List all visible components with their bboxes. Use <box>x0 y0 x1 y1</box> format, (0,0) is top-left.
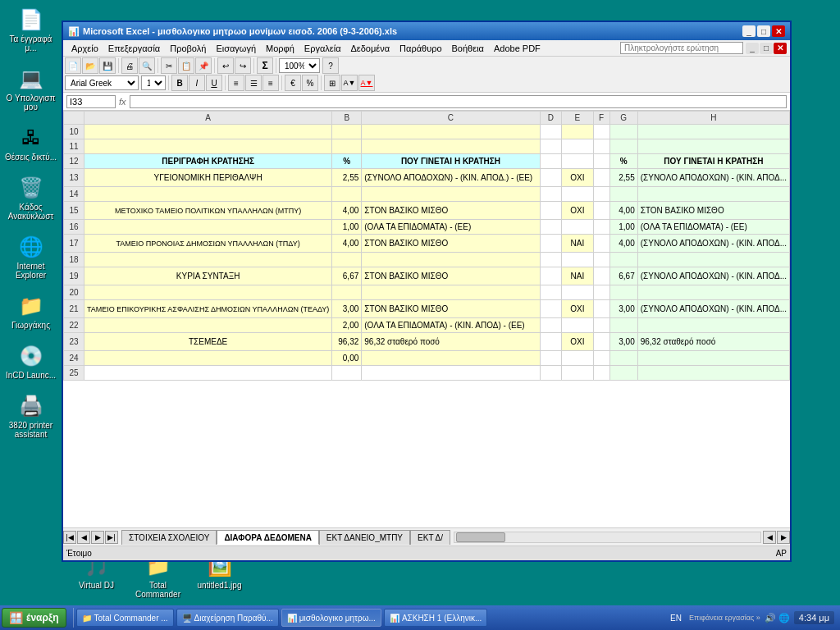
cell-e13[interactable]: ΟΧΙ <box>562 169 593 187</box>
cell-g13[interactable]: 2,55 <box>609 169 637 187</box>
font-color-button[interactable]: A▼ <box>358 75 375 91</box>
zoom-select[interactable]: 100% <box>279 58 320 73</box>
cell-g14[interactable] <box>609 187 637 202</box>
preview-button[interactable]: 🔍 <box>139 57 155 74</box>
cell-b21[interactable]: 3,00 <box>332 300 362 318</box>
cell-g15[interactable]: 4,00 <box>609 202 637 220</box>
align-left-button[interactable]: ≡ <box>228 75 244 91</box>
cell-h25[interactable] <box>637 366 789 381</box>
paste-button[interactable]: 📌 <box>195 57 212 74</box>
cell-b13[interactable]: 2,55 <box>332 169 362 187</box>
sheet-tab-ekt-d[interactable]: ΕΚΤ Δ/ <box>410 530 450 545</box>
desktop-icon-printer[interactable]: 🖨️ 3820 printer assistant <box>2 390 60 441</box>
row-header-17[interactable]: 17 <box>64 235 84 253</box>
row-header-20[interactable]: 20 <box>64 285 84 300</box>
cell-h21[interactable]: (ΣΥΝΟΛΟ ΑΠΟΔΟΧΩΝ) - (ΚΙΝ. ΑΠΟΔ... <box>637 300 789 318</box>
cell-h23[interactable]: 96,32 σταθερό ποσό <box>637 333 789 351</box>
taskbar-item-parathyro[interactable]: 🖥️ Διαχείρηση Παραθύ... <box>176 609 279 627</box>
cell-f21[interactable] <box>593 300 609 318</box>
cell-f20[interactable] <box>593 285 609 300</box>
cell-b10[interactable] <box>332 125 362 139</box>
menu-format[interactable]: Μορφή <box>261 43 299 54</box>
cell-b12[interactable]: % <box>332 154 362 169</box>
cell-d18[interactable] <box>540 253 562 267</box>
tab-last-button[interactable]: ▶| <box>105 531 118 544</box>
row-header-11[interactable]: 11 <box>64 139 84 154</box>
start-button[interactable]: 🪟 έναρξη <box>2 608 66 628</box>
cell-g17[interactable]: 4,00 <box>609 235 637 253</box>
minimize-button[interactable]: _ <box>742 25 756 37</box>
cell-h14[interactable] <box>637 187 789 202</box>
cell-h11[interactable] <box>637 139 789 154</box>
cell-f15[interactable] <box>593 202 609 220</box>
cell-a19[interactable]: ΚΥΡΙΑ ΣΥΝΤΑΞΗ <box>84 267 332 285</box>
desktop-icon-documents[interactable]: 📄 Τα έγγραφά μ... <box>2 4 60 55</box>
save-button[interactable]: 💾 <box>99 57 116 74</box>
cell-d11[interactable] <box>540 139 562 154</box>
col-header-f[interactable]: F <box>593 112 609 125</box>
row-header-22[interactable]: 22 <box>64 318 84 333</box>
cell-e16[interactable] <box>562 220 593 235</box>
cell-b25[interactable] <box>332 366 362 381</box>
cell-g24[interactable] <box>609 351 637 366</box>
cell-f10[interactable] <box>593 125 609 139</box>
cell-e20[interactable] <box>562 285 593 300</box>
cell-c16[interactable]: (ΟΛΑ ΤΑ ΕΠΙΔΟΜΑΤΑ) - (ΕΕ) <box>362 220 540 235</box>
cell-h13[interactable]: (ΣΥΝΟΛΟ ΑΠΟΔΟΧΩΝ) - (ΚΙΝ. ΑΠΟΔ... <box>637 169 789 187</box>
cell-e18[interactable] <box>562 253 593 267</box>
cell-f18[interactable] <box>593 253 609 267</box>
percent-button[interactable]: % <box>302 75 318 91</box>
cell-a25[interactable] <box>84 366 332 381</box>
cell-g22[interactable] <box>609 318 637 333</box>
cell-g23[interactable]: 3,00 <box>609 333 637 351</box>
cell-b19[interactable]: 6,67 <box>332 267 362 285</box>
align-right-button[interactable]: ≡ <box>262 75 279 91</box>
col-header-g[interactable]: G <box>609 112 637 125</box>
cell-d16[interactable] <box>540 220 562 235</box>
cell-a23[interactable]: ΤΣΕΜΕΔΕ <box>84 333 332 351</box>
cell-e10[interactable] <box>562 125 593 139</box>
cell-h24[interactable] <box>637 351 789 366</box>
cell-e21[interactable]: ΟΧΙ <box>562 300 593 318</box>
scroll-right-button[interactable]: ▶ <box>777 531 790 544</box>
cell-d13[interactable] <box>540 169 562 187</box>
menu-window[interactable]: Παράθυρο <box>395 43 446 54</box>
cell-d24[interactable] <box>540 351 562 366</box>
cell-d21[interactable] <box>540 300 562 318</box>
cell-c11[interactable] <box>362 139 540 154</box>
undo-button[interactable]: ↩ <box>217 57 234 74</box>
cell-f16[interactable] <box>593 220 609 235</box>
cell-g25[interactable] <box>609 366 637 381</box>
menu-search-input[interactable] <box>624 43 739 52</box>
row-header-15[interactable]: 15 <box>64 202 84 220</box>
cell-h15[interactable]: ΣΤΟΝ ΒΑΣΙΚΟ ΜΙΣΘΟ <box>637 202 789 220</box>
cell-a24[interactable] <box>84 351 332 366</box>
desktop-icon-ie[interactable]: 🌐 Internet Explorer <box>2 231 60 282</box>
cell-d10[interactable] <box>540 125 562 139</box>
cell-f23[interactable] <box>593 333 609 351</box>
tab-prev-button[interactable]: ◀ <box>77 531 90 544</box>
app-max-button[interactable]: □ <box>760 43 773 54</box>
cell-h10[interactable] <box>637 125 789 139</box>
row-header-10[interactable]: 10 <box>64 125 84 139</box>
menu-help[interactable]: Βοήθεια <box>447 43 489 54</box>
horizontal-scrollbar[interactable] <box>454 532 761 543</box>
cell-e24[interactable] <box>562 351 593 366</box>
cell-b18[interactable] <box>332 253 362 267</box>
cell-b24[interactable]: 0,00 <box>332 351 362 366</box>
menu-tools[interactable]: Εργαλεία <box>299 43 346 54</box>
help-button[interactable]: ? <box>322 57 339 74</box>
cell-c18[interactable] <box>362 253 540 267</box>
cell-d15[interactable] <box>540 202 562 220</box>
cell-d23[interactable] <box>540 333 562 351</box>
cut-button[interactable]: ✂ <box>161 57 177 74</box>
sheet-tab-diafora[interactable]: ΔΙΑΦΟΡΑ ΔΕΔΟΜΕΝΑ <box>217 530 318 545</box>
cell-f11[interactable] <box>593 139 609 154</box>
italic-button[interactable]: I <box>189 75 205 91</box>
border-button[interactable]: ⊞ <box>324 75 340 91</box>
cell-e12[interactable] <box>562 154 593 169</box>
cell-c25[interactable] <box>362 366 540 381</box>
desktop-icon-recycle[interactable]: 🗑️ Κάδος Ανακύκλωστ <box>2 172 60 223</box>
cell-a18[interactable] <box>84 253 332 267</box>
cell-h18[interactable] <box>637 253 789 267</box>
